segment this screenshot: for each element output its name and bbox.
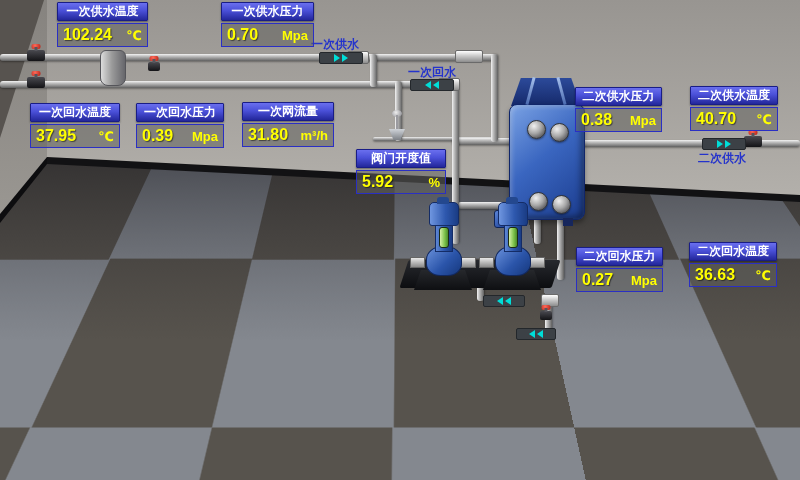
readout-value-box: 36.63 ℃ [689, 263, 777, 287]
pipe-riser-supply-return [370, 54, 377, 87]
readout-secondary-supply-pressure: 二次供水压力 0.38 Mpa [575, 87, 662, 132]
tank-leg [14, 432, 24, 468]
readout-value-box: 33.88 Hz [275, 395, 366, 419]
readout-value-box: 37.95 ℃ [30, 124, 120, 148]
readout-title: 一次回水压力 [136, 103, 224, 122]
pipe-makeup-pump1-line [150, 360, 562, 367]
pump-flange [410, 257, 425, 268]
readout-title: 一次回水温度 [30, 103, 120, 122]
gate-valve-secondary-return [776, 293, 794, 304]
readout-value: 33.88 [281, 398, 321, 416]
readout-secondary-supply-temp: 二次供水温度 40.70 ℃ [690, 86, 778, 131]
readout-title: 一次网流量 [242, 102, 334, 121]
drain-valve [540, 311, 552, 320]
readout-unit: Mpa [630, 113, 656, 128]
readout-title: 一次供水温度 [57, 2, 148, 21]
label-primary-supply: 一次供水 [311, 36, 359, 53]
circulation-pump-2 [483, 194, 541, 290]
pump-flange [530, 257, 545, 268]
pump-motor [229, 384, 259, 408]
pump-status-indicator [239, 409, 249, 430]
readout-unit: ℃ [98, 129, 114, 144]
readout-value-box: 31.80 m³/h [242, 123, 334, 147]
readout-primary-supply-pressure: 一次供水压力 0.70 Mpa [221, 2, 314, 47]
label-secondary-return: 二次回水 [716, 308, 764, 325]
readout-value: 40.70 [696, 110, 736, 128]
pump-motor [429, 202, 459, 226]
readout-unit: Mpa [631, 273, 657, 288]
pump-motor-cap [437, 197, 449, 204]
pump-motor-cap [506, 197, 518, 204]
readout-value: 37.95 [36, 127, 76, 145]
pump-status-indicator [508, 227, 518, 248]
readout-unit: % [428, 175, 440, 190]
readout-unit: ℃ [755, 268, 771, 283]
readout-title: 补水泵频率 [275, 374, 366, 393]
pump-status-indicator [439, 227, 449, 248]
pipe-tank-line [150, 330, 554, 337]
readout-unit: Mpa [282, 28, 308, 43]
gate-valve-primary-supply [27, 50, 45, 61]
hx-foot [563, 218, 573, 226]
control-valve-stem [396, 115, 398, 130]
pipe-secondary-supply [580, 140, 800, 147]
readout-tank-level: 水箱液位高度 1.10 m³ [32, 300, 123, 345]
label-secondary-supply: 二次供水 [698, 150, 746, 167]
pipe-secondary-return [148, 297, 800, 304]
pump-motor [239, 322, 269, 346]
flow-arrows-secondary-supply [702, 138, 746, 150]
label-makeup: 补水 [574, 399, 598, 416]
pump-status-indicator [249, 347, 259, 368]
flow-arrows-secondary-return [483, 295, 525, 307]
tank-right-face [130, 282, 160, 424]
pipe-coupling [455, 50, 483, 63]
readout-value: 0.70 [227, 26, 258, 44]
hx-port [527, 120, 546, 139]
tank-leg [50, 438, 60, 474]
pump-flange [261, 439, 276, 450]
pump-motor [498, 202, 528, 226]
readout-value-box: 0.38 Mpa [575, 108, 662, 132]
flow-arrows-primary-supply [319, 52, 363, 64]
hmi-heat-station-scene: 一次供水 一次回水 二次供水 二次回水 补水 一次供水温度 102.24 ℃ 一… [0, 0, 800, 480]
readout-value: 36.63 [695, 266, 735, 284]
readout-unit: ℃ [126, 28, 142, 43]
readout-unit: Mpa [192, 129, 218, 144]
tank-leg [94, 432, 104, 468]
readout-secondary-return-temp: 二次回水温度 36.63 ℃ [689, 242, 777, 287]
readout-value: 5.92 [362, 173, 393, 191]
water-tank [0, 266, 170, 480]
pump-flange [210, 439, 225, 450]
flow-arrows-makeup [572, 387, 612, 399]
pump-flange [461, 257, 476, 268]
readout-title: 二次供水压力 [575, 87, 662, 106]
strainer-filter [100, 50, 126, 86]
readout-value: 0.39 [142, 127, 173, 145]
readout-primary-return-temp: 一次回水温度 37.95 ℃ [30, 103, 120, 148]
readout-unit: m³ [101, 326, 117, 341]
readout-secondary-return-pressure: 二次回水压力 0.27 Mpa [576, 247, 663, 292]
readout-value-box: 5.92 % [356, 170, 446, 194]
hx-top-cap [511, 78, 581, 106]
readout-value: 0.38 [581, 111, 612, 129]
readout-unit: ℃ [756, 112, 772, 127]
pump-motor-cap [237, 379, 249, 386]
tank-leg [120, 422, 130, 456]
readout-primary-supply-temp: 一次供水温度 102.24 ℃ [57, 2, 148, 47]
readout-value-box: 102.24 ℃ [57, 23, 148, 47]
pipe-primary-supply [0, 54, 497, 61]
readout-title: 水箱液位高度 [32, 300, 123, 319]
readout-primary-network-flow: 一次网流量 31.80 m³/h [242, 102, 334, 147]
pipe-makeup-pump2-line [138, 425, 436, 432]
pipe-makeup-drop [427, 389, 434, 429]
circulation-pump-1 [414, 194, 472, 290]
readout-value-box: 0.27 Mpa [576, 268, 663, 292]
readout-unit: m³/h [301, 128, 328, 143]
readout-value-box: 40.70 ℃ [690, 107, 778, 131]
readout-title: 二次回水压力 [576, 247, 663, 266]
pipe-primary-return [0, 81, 458, 88]
gate-valve-secondary-supply [744, 136, 762, 147]
control-valve [388, 110, 406, 140]
control-valve-body [389, 129, 405, 140]
flow-arrows-tank-line [516, 328, 556, 340]
